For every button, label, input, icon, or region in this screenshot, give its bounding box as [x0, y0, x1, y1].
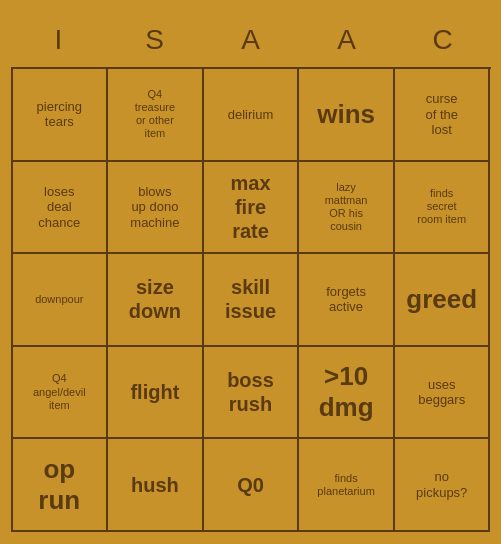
cell-text-3: wins — [317, 99, 375, 130]
cell-text-11: size down — [129, 275, 181, 323]
bingo-cell-21[interactable]: hush — [108, 439, 204, 532]
cell-text-1: Q4 treasure or other item — [135, 88, 175, 141]
header-c: C — [395, 12, 491, 67]
bingo-cell-24[interactable]: no pickups? — [395, 439, 491, 532]
cell-text-9: finds secret room item — [417, 187, 466, 227]
cell-text-17: boss rush — [227, 368, 274, 416]
bingo-cell-18[interactable]: >10 dmg — [299, 347, 395, 440]
bingo-cell-23[interactable]: finds planetarium — [299, 439, 395, 532]
bingo-cell-14[interactable]: greed — [395, 254, 491, 347]
bingo-grid: piercing tearsQ4 treasure or other itemd… — [11, 67, 491, 532]
bingo-header: I S A A C — [11, 12, 491, 67]
cell-text-0: piercing tears — [37, 99, 83, 130]
header-i: I — [11, 12, 107, 67]
bingo-cell-6[interactable]: blows up dono machine — [108, 162, 204, 255]
cell-text-18: >10 dmg — [319, 361, 374, 423]
cell-text-6: blows up dono machine — [130, 184, 179, 231]
cell-text-14: greed — [406, 284, 477, 315]
cell-text-23: finds planetarium — [317, 472, 374, 498]
cell-text-7: max fire rate — [230, 171, 270, 243]
bingo-cell-9[interactable]: finds secret room item — [395, 162, 491, 255]
header-a1: A — [203, 12, 299, 67]
cell-text-4: curse of the lost — [425, 91, 458, 138]
cell-text-22: Q0 — [237, 473, 264, 497]
cell-text-10: downpour — [35, 293, 83, 306]
cell-text-5: loses deal chance — [38, 184, 80, 231]
header-a2: A — [299, 12, 395, 67]
cell-text-2: delirium — [228, 107, 274, 123]
cell-text-8: lazy mattman OR his cousin — [325, 181, 368, 234]
bingo-cell-10[interactable]: downpour — [13, 254, 109, 347]
cell-text-24: no pickups? — [416, 469, 467, 500]
cell-text-12: skill issue — [225, 275, 276, 323]
bingo-cell-8[interactable]: lazy mattman OR his cousin — [299, 162, 395, 255]
cell-text-16: flight — [130, 380, 179, 404]
bingo-cell-1[interactable]: Q4 treasure or other item — [108, 69, 204, 162]
bingo-cell-20[interactable]: op run — [13, 439, 109, 532]
bingo-cell-15[interactable]: Q4 angel/devil item — [13, 347, 109, 440]
cell-text-21: hush — [131, 473, 179, 497]
bingo-cell-4[interactable]: curse of the lost — [395, 69, 491, 162]
cell-text-20: op run — [38, 454, 80, 516]
cell-text-19: uses beggars — [418, 377, 465, 408]
bingo-cell-12[interactable]: skill issue — [204, 254, 300, 347]
bingo-cell-5[interactable]: loses deal chance — [13, 162, 109, 255]
bingo-cell-13[interactable]: forgets active — [299, 254, 395, 347]
bingo-cell-17[interactable]: boss rush — [204, 347, 300, 440]
cell-text-15: Q4 angel/devil item — [33, 372, 86, 412]
bingo-cell-3[interactable]: wins — [299, 69, 395, 162]
bingo-cell-11[interactable]: size down — [108, 254, 204, 347]
bingo-cell-7[interactable]: max fire rate — [204, 162, 300, 255]
bingo-cell-22[interactable]: Q0 — [204, 439, 300, 532]
header-s: S — [107, 12, 203, 67]
bingo-cell-2[interactable]: delirium — [204, 69, 300, 162]
bingo-cell-0[interactable]: piercing tears — [13, 69, 109, 162]
bingo-cell-16[interactable]: flight — [108, 347, 204, 440]
cell-text-13: forgets active — [326, 284, 366, 315]
bingo-cell-19[interactable]: uses beggars — [395, 347, 491, 440]
bingo-card: I S A A C piercing tearsQ4 treasure or o… — [11, 12, 491, 532]
